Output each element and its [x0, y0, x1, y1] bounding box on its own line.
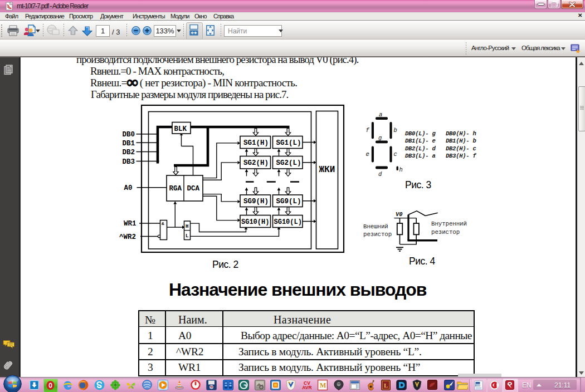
svg-text:g: g	[378, 135, 382, 141]
svg-text:BLK: BLK	[174, 125, 187, 133]
svg-text:L: L	[384, 382, 388, 389]
svg-text:SG2(L): SG2(L)	[276, 159, 301, 167]
svg-text:SG9(L): SG9(L)	[276, 198, 301, 205]
svg-text:SG1(L): SG1(L)	[276, 139, 301, 147]
svg-text:b: b	[394, 127, 397, 134]
svg-text:DB0: DB0	[123, 131, 135, 139]
svg-text:A0: A0	[124, 184, 132, 192]
svg-text:WR1: WR1	[124, 220, 136, 228]
svg-text:DB3: DB3	[123, 158, 135, 166]
svg-text:W: W	[476, 383, 480, 388]
svg-text:SG2(H): SG2(H)	[243, 159, 269, 167]
svg-text:SG9(H): SG9(H)	[243, 198, 269, 205]
svg-text:DCA: DCA	[187, 185, 200, 193]
svg-text:&: &	[162, 221, 164, 226]
svg-text:H: H	[186, 224, 188, 229]
svg-text:^WR2: ^WR2	[119, 233, 136, 241]
svg-text:RGA: RGA	[169, 185, 182, 193]
svg-text:h: h	[399, 166, 403, 173]
svg-text:a: a	[379, 111, 382, 118]
svg-text:f: f	[366, 127, 370, 134]
svg-text:L: L	[186, 233, 188, 239]
svg-text:c: c	[394, 151, 397, 158]
svg-text:e: e	[366, 151, 369, 158]
svg-text:d: d	[378, 171, 382, 178]
svg-text:SG10(L): SG10(L)	[274, 218, 302, 226]
svg-text:M: M	[320, 381, 326, 389]
svg-text:SG1(H): SG1(H)	[243, 139, 269, 147]
svg-text:DB1: DB1	[123, 140, 135, 148]
svg-text:V0: V0	[396, 211, 403, 218]
svg-text:SG10(H): SG10(H)	[241, 218, 269, 226]
svg-text:DB2: DB2	[123, 149, 135, 156]
svg-text:ЖКИ: ЖКИ	[319, 165, 335, 175]
